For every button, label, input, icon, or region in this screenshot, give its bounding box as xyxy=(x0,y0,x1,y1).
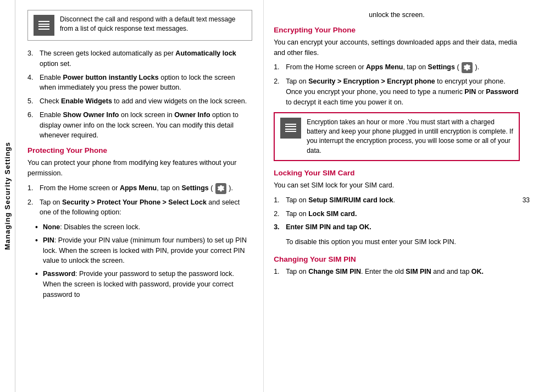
note-icon-line xyxy=(38,29,49,30)
encryption-note-box: Encryption takes an hour or more .You mu… xyxy=(274,112,520,162)
list-item: • PIN: Provide your PIN value (minimum f… xyxy=(35,235,252,266)
list-item: • None: Disables the screen lock. xyxy=(35,222,252,233)
changing-heading: Changing Your SIM PIN xyxy=(274,255,520,263)
encrypting-heading: Encrypting Your Phone xyxy=(274,26,520,34)
list-item: 5. Check Enable Widgets to add and view … xyxy=(27,96,252,107)
locking-heading: Locking Your SIM Card xyxy=(274,169,520,177)
sidebar-label: Managing Security Settings xyxy=(3,142,12,250)
note-icon-lines xyxy=(285,124,296,132)
gear-icon xyxy=(462,62,473,73)
note-icon-line xyxy=(285,129,296,130)
note-box-text: Disconnect the call and respond with a d… xyxy=(60,15,246,34)
list-item: • Password: Provide your password to set… xyxy=(35,269,252,300)
locking-subnote: To disable this option you must enter yo… xyxy=(286,237,520,247)
list-item: 2. Tap on Security > Protect Your Phone … xyxy=(27,197,252,218)
encrypting-list: 1. From the Home screen or Apps Menu, ta… xyxy=(274,62,520,107)
sidebar: Managing Security Settings xyxy=(0,0,15,392)
gear-icon xyxy=(215,183,226,194)
note-icon-line xyxy=(38,21,49,22)
note-icon-line xyxy=(285,131,296,132)
list-item: 2. Tap on Lock SIM card. xyxy=(274,209,520,219)
note-icon-line xyxy=(38,26,49,27)
lock-screen-list: 3. The screen gets locked automatically … xyxy=(27,48,252,141)
changing-list: 1. Tap on Change SIM PIN. Enter the old … xyxy=(274,267,520,277)
right-column: unlock the screen. Encrypting Your Phone… xyxy=(264,0,533,392)
main-content: Disconnect the call and respond with a d… xyxy=(15,0,533,392)
list-item: 2. Tap on Security > Encryption > Encryp… xyxy=(274,76,520,107)
list-item: 6. Enable Show Owner Info on lock screen… xyxy=(27,110,252,141)
gear-svg xyxy=(463,64,471,71)
list-item: 1. Tap on Setup SIM/RUIM card lock. xyxy=(274,195,520,206)
options-bullet-list: • None: Disables the screen lock. • PIN:… xyxy=(35,222,252,300)
note-box-top: Disconnect the call and respond with a d… xyxy=(27,10,252,41)
list-item: 3. The screen gets locked automatically … xyxy=(27,48,252,69)
gear-svg xyxy=(217,185,225,192)
list-item: 4. Enable Power button instantly Locks o… xyxy=(27,73,252,93)
list-item: 3. Enter SIM PIN and tap OK. xyxy=(274,222,520,233)
protecting-list: 1. From the Home screen or Apps Menu, ta… xyxy=(27,183,252,218)
list-item: 1. Tap on Change SIM PIN. Enter the old … xyxy=(274,267,520,277)
note-icon-left xyxy=(34,15,54,36)
encryption-note-text: Encryption takes an hour or more .You mu… xyxy=(307,118,513,156)
list-item: 1. From the Home screen or Apps Menu, ta… xyxy=(27,183,252,194)
page-number: 33 xyxy=(523,196,530,204)
protecting-intro: You can protect your phone from modifyin… xyxy=(27,158,252,179)
note-icon-line xyxy=(285,124,296,125)
note-icon-lines xyxy=(38,21,49,30)
locking-intro: You can set SIM lock for your SIM card. xyxy=(274,180,520,191)
encrypting-intro: You can encrypt your accounts, settings … xyxy=(274,37,520,58)
list-item: 1. From the Home screen or Apps Menu, ta… xyxy=(274,62,520,73)
protecting-heading: Protecting Your Phone xyxy=(27,146,252,154)
left-column: Disconnect the call and respond with a d… xyxy=(15,0,264,392)
unlock-text: unlock the screen. xyxy=(274,10,520,20)
note-icon-line xyxy=(285,126,296,127)
note-icon-right xyxy=(280,118,301,139)
note-icon-line xyxy=(38,24,49,25)
locking-list: 1. Tap on Setup SIM/RUIM card lock. 2. T… xyxy=(274,195,520,233)
